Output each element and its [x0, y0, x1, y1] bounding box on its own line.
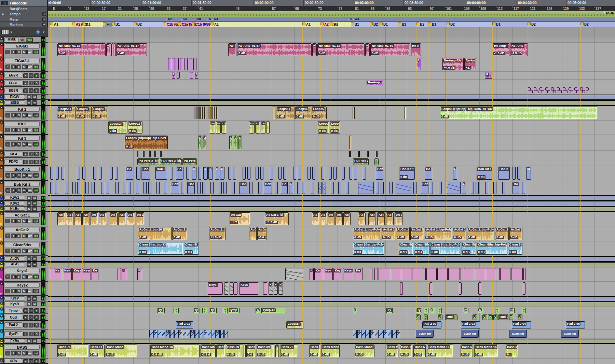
track-collapse-icon[interactable]: ▾	[0, 195, 3, 199]
track-collapse-icon[interactable]: ▾	[0, 72, 3, 75]
record-enable-button[interactable]: ●	[5, 173, 10, 178]
audio-clip[interactable]	[77, 182, 80, 194]
audio-clip[interactable]: Ac Gat+4.7	[230, 212, 250, 225]
audio-clip[interactable]	[176, 58, 179, 70]
audio-clip[interactable]	[197, 182, 201, 194]
audio-clip[interactable]: Ac (	[66, 212, 73, 225]
track-keys2[interactable]: ▾▶Keys2●ISMwvred▾	[0, 282, 48, 296]
audio-clip[interactable]: Keys	[343, 268, 353, 280]
audio-clip[interactable]: Bass-Mo-2.9 d	[201, 345, 216, 357]
track-name[interactable]: ElGB	[4, 100, 25, 105]
mute-button[interactable]: M	[22, 219, 27, 223]
track-name[interactable]: KtVr2	[4, 201, 25, 206]
audio-clip[interactable]: Ty	[478, 308, 483, 313]
solo-button[interactable]: S	[34, 315, 39, 320]
audio-clip[interactable]: K	[310, 268, 314, 280]
audio-clip[interactable]: Loops60 dB	[92, 107, 108, 119]
audio-clip[interactable]: B	[215, 167, 219, 180]
audio-clip[interactable]	[439, 182, 442, 194]
audio-clip[interactable]	[502, 182, 505, 194]
audio-clip[interactable]: Synth riff	[461, 330, 479, 338]
audio-clip[interactable]: Ac (	[336, 212, 343, 225]
audio-clip[interactable]: Bass-10 dB	[309, 345, 320, 357]
meter-change-marker[interactable]: ▼4/4	[211, 17, 218, 21]
input-monitor-button[interactable]: I	[11, 289, 16, 293]
audio-clip[interactable]: Bass-Mono-130 dB	[427, 345, 453, 357]
audio-clip[interactable]	[273, 107, 275, 119]
track-collapse-icon[interactable]: ▾	[0, 181, 3, 184]
track-kysb[interactable]: ▾KysBSM	[0, 302, 48, 307]
track-name[interactable]: Keys2	[5, 282, 40, 288]
audio-clip[interactable]: Ac (	[74, 212, 82, 225]
audio-clip[interactable]	[172, 58, 175, 70]
audio-clip[interactable]: Ac (	[368, 212, 376, 225]
clip-stripe[interactable]	[209, 107, 210, 119]
audio-clip[interactable]	[92, 182, 95, 194]
audio-clip[interactable]: Clean 5th0 dB	[414, 242, 429, 255]
audio-clip[interactable]	[170, 167, 173, 180]
audio-clip[interactable]	[390, 182, 393, 194]
solo-button[interactable]: S	[34, 332, 39, 336]
track-name[interactable]: Oud	[4, 315, 22, 320]
record-enable-button[interactable]: ●	[5, 275, 10, 279]
audio-clip[interactable]	[353, 107, 355, 119]
track-collapse-icon[interactable]: ▾	[0, 314, 3, 318]
audio-clip[interactable]: Ke	[54, 268, 62, 280]
audio-clip[interactable]: E	[462, 182, 466, 194]
input-monitor-button[interactable]: I	[11, 142, 16, 146]
track-name[interactable]: Kit 3	[5, 136, 40, 141]
clip-stripe[interactable]	[211, 107, 213, 119]
waveform-view-button[interactable]: wv	[27, 249, 32, 253]
track-collapse-icon[interactable]: ▾	[0, 57, 3, 61]
input-monitor-button[interactable]: I	[29, 308, 33, 313]
clip-gain-chip[interactable]: 0 dB	[109, 129, 117, 133]
marker-b1[interactable]: B1	[428, 23, 436, 26]
audio-clip[interactable]: Ac	[386, 212, 394, 225]
audio-clip[interactable]: ◆ ◆	[223, 308, 228, 313]
audio-clip[interactable]	[559, 90, 562, 93]
clip-gain-chip[interactable]: 0 dB	[322, 353, 330, 356]
audio-clip[interactable]: F	[106, 43, 111, 56]
audio-clip[interactable]: Bob Kit 10 dB	[399, 167, 415, 180]
record-enable-button[interactable]: ●	[23, 315, 28, 320]
clip-gain-chip[interactable]: 0 dB	[462, 250, 470, 254]
playlist-arrow-icon[interactable]: ▶	[0, 116, 2, 120]
track-name[interactable]: BASS	[5, 345, 40, 350]
clip-gain-chip[interactable]: 0 dB	[125, 145, 134, 149]
audio-clip[interactable]: Ac	[328, 212, 335, 225]
audio-clip[interactable]: Pad 2-02	[422, 321, 441, 328]
clip-gain-chip[interactable]: 0 dB	[58, 52, 66, 55]
audio-clip[interactable]: Loops2 (0 dB	[318, 121, 329, 134]
audio-clip[interactable]	[136, 182, 139, 194]
track-collapse-icon[interactable]: ▾	[0, 256, 3, 260]
automation-read-button[interactable]: read	[26, 38, 33, 42]
mute-button[interactable]: M	[22, 234, 27, 238]
audio-clip[interactable]	[228, 167, 231, 180]
track-collapse-icon[interactable]: ▾	[0, 100, 3, 103]
clip-gain-chip[interactable]: +1.5 dB	[265, 221, 278, 224]
track-collapse-icon[interactable]: ▾	[0, 359, 3, 362]
input-monitor-button[interactable]: I	[11, 188, 16, 193]
mute-button[interactable]: M	[22, 249, 27, 253]
audio-clip[interactable]	[270, 167, 273, 180]
audio-clip[interactable]: Re-Amp_01-170 dB	[116, 43, 147, 56]
audio-clip[interactable]	[381, 182, 384, 194]
record-enable-button[interactable]: ●	[23, 152, 28, 156]
clip-stripe[interactable]: S	[357, 330, 361, 338]
audio-clip[interactable]	[55, 182, 58, 194]
input-monitor-button[interactable]: I	[29, 160, 33, 164]
track-name[interactable]: ElGat2-L	[5, 58, 40, 63]
audio-clip[interactable]	[160, 151, 162, 157]
audio-clip[interactable]: Pad 2-05	[566, 321, 585, 328]
audio-clip[interactable]: SSSS	[353, 330, 401, 338]
automation-read-button[interactable]: red	[33, 65, 39, 69]
track-kit-2[interactable]: ▾▶Kit 2●ISMwvred▾	[0, 121, 48, 135]
audio-clip[interactable]	[115, 182, 119, 194]
audio-clip[interactable]: Bass-Mono-070 dB	[355, 345, 374, 357]
playlist-arrow-icon[interactable]: ▶	[0, 237, 2, 240]
record-enable-button[interactable]: ●	[23, 73, 28, 78]
track-tymp[interactable]: ▾Tymp●ISM	[0, 307, 48, 314]
audio-clip[interactable]: Ac (	[320, 212, 327, 225]
audio-clip[interactable]: Bass-750 dB	[280, 345, 298, 357]
clip-stripe[interactable]	[212, 330, 216, 338]
